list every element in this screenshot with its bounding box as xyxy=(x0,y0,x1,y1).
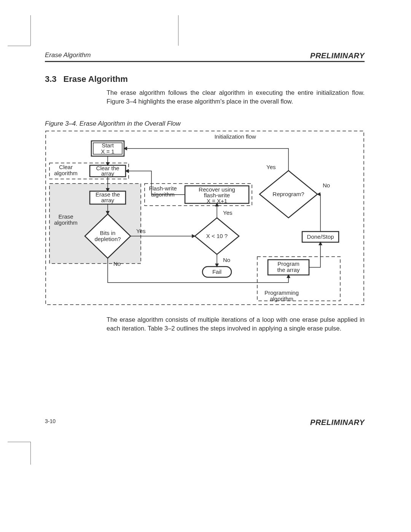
header-rule xyxy=(45,61,365,62)
svg-text:array: array xyxy=(101,170,115,177)
svg-text:Initialization flow: Initialization flow xyxy=(214,133,256,140)
svg-text:algorithm: algorithm xyxy=(270,296,293,302)
body-paragraph: The erase algorithm consists of multiple… xyxy=(107,315,365,333)
svg-text:Reprogram?: Reprogram? xyxy=(272,191,304,197)
svg-text:Yes: Yes xyxy=(223,209,232,216)
figure-caption: Figure 3–4. Erase Algorithm in the Overa… xyxy=(45,120,181,128)
svg-text:Done/Stop: Done/Stop xyxy=(307,233,334,240)
svg-text:X = X+1: X = X+1 xyxy=(207,198,227,204)
footer-status: PRELIMINARY xyxy=(310,418,365,427)
svg-text:algorithm: algorithm xyxy=(54,170,78,176)
svg-text:X = 1: X = 1 xyxy=(101,148,114,155)
svg-text:the array: the array xyxy=(277,267,300,273)
svg-text:Yes: Yes xyxy=(136,228,145,234)
svg-text:Bits in: Bits in xyxy=(100,230,116,236)
svg-text:Erase: Erase xyxy=(58,213,73,220)
crop-mark xyxy=(30,15,31,46)
svg-text:Programming: Programming xyxy=(264,289,299,296)
svg-text:Yes: Yes xyxy=(266,164,276,170)
svg-text:array: array xyxy=(101,197,115,203)
section-number: 3.3 xyxy=(45,74,57,84)
svg-text:Program: Program xyxy=(277,260,299,267)
section-heading: 3.3Erase Algorithm xyxy=(45,74,128,84)
crop-mark xyxy=(8,442,30,442)
running-head-status: PRELIMINARY xyxy=(310,51,365,60)
crop-mark xyxy=(178,15,178,46)
svg-text:algorithm: algorithm xyxy=(54,219,78,226)
crop-mark xyxy=(30,442,31,465)
svg-text:No: No xyxy=(223,257,230,263)
svg-text:No: No xyxy=(113,260,121,267)
svg-text:No: No xyxy=(323,182,330,189)
section-title: Erase Algorithm xyxy=(64,74,128,84)
page-number: 3-10 xyxy=(45,418,56,424)
flowchart: Initialization flow Start X = 1 Clear al… xyxy=(45,130,365,305)
svg-text:Fail: Fail xyxy=(212,268,221,275)
svg-text:X < 10 ?: X < 10 ? xyxy=(206,233,228,239)
intro-paragraph: The erase algorithm follows the clear al… xyxy=(107,88,365,106)
crop-mark xyxy=(8,46,30,46)
svg-text:Start: Start xyxy=(102,142,114,149)
running-head-section: Erase Algorithm xyxy=(45,51,91,59)
svg-text:Clear: Clear xyxy=(59,164,73,170)
svg-text:depletion?: depletion? xyxy=(94,236,121,242)
svg-text:Flash-write: Flash-write xyxy=(149,185,177,192)
